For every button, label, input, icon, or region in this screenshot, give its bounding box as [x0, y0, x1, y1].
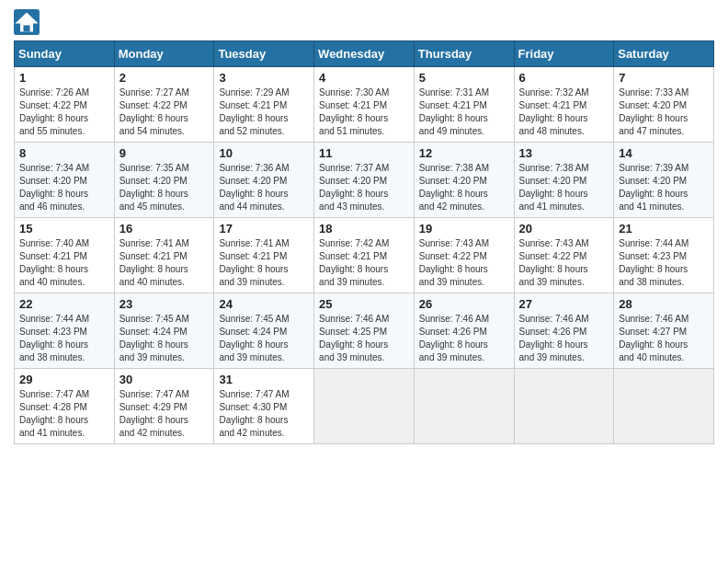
calendar-cell: 14Sunrise: 7:39 AMSunset: 4:20 PMDayligh…	[614, 143, 714, 218]
week-row-0: 1Sunrise: 7:26 AMSunset: 4:22 PMDaylight…	[15, 67, 714, 143]
day-number: 11	[319, 146, 409, 160]
day-number: 10	[219, 146, 309, 160]
day-info: Sunrise: 7:46 AMSunset: 4:27 PMDaylight:…	[619, 313, 709, 364]
day-info: Sunrise: 7:39 AMSunset: 4:20 PMDaylight:…	[619, 162, 709, 213]
day-info: Sunrise: 7:43 AMSunset: 4:22 PMDaylight:…	[419, 237, 509, 289]
calendar-cell: 21Sunrise: 7:44 AMSunset: 4:23 PMDayligh…	[614, 218, 714, 293]
weekday-header-tuesday: Tuesday	[214, 41, 314, 67]
calendar-cell: 6Sunrise: 7:32 AMSunset: 4:21 PMDaylight…	[514, 67, 614, 143]
calendar-cell: 23Sunrise: 7:45 AMSunset: 4:24 PMDayligh…	[114, 293, 214, 369]
day-number: 15	[19, 222, 109, 236]
page: SundayMondayTuesdayWednesdayThursdayFrid…	[0, 0, 728, 563]
day-number: 28	[619, 297, 709, 311]
calendar-cell: 30Sunrise: 7:47 AMSunset: 4:29 PMDayligh…	[114, 369, 214, 444]
calendar-cell: 18Sunrise: 7:42 AMSunset: 4:21 PMDayligh…	[314, 218, 415, 293]
logo-icon	[14, 9, 40, 35]
day-number: 13	[519, 146, 609, 160]
calendar-table: SundayMondayTuesdayWednesdayThursdayFrid…	[14, 40, 714, 444]
calendar-cell: 25Sunrise: 7:46 AMSunset: 4:25 PMDayligh…	[314, 293, 415, 369]
day-number: 5	[419, 71, 509, 85]
weekday-header-row: SundayMondayTuesdayWednesdayThursdayFrid…	[15, 41, 714, 67]
calendar-cell: 13Sunrise: 7:38 AMSunset: 4:20 PMDayligh…	[514, 143, 614, 218]
day-info: Sunrise: 7:26 AMSunset: 4:22 PMDaylight:…	[19, 86, 109, 138]
weekday-header-friday: Friday	[514, 41, 614, 67]
day-number: 2	[119, 71, 210, 85]
day-info: Sunrise: 7:32 AMSunset: 4:21 PMDaylight:…	[519, 86, 609, 138]
day-info: Sunrise: 7:45 AMSunset: 4:24 PMDaylight:…	[119, 313, 210, 364]
day-number: 25	[319, 297, 409, 311]
calendar-cell: 20Sunrise: 7:43 AMSunset: 4:22 PMDayligh…	[514, 218, 614, 293]
day-number: 21	[619, 222, 709, 236]
calendar-cell: 8Sunrise: 7:34 AMSunset: 4:20 PMDaylight…	[15, 143, 115, 218]
calendar-cell: 26Sunrise: 7:46 AMSunset: 4:26 PMDayligh…	[414, 293, 514, 369]
weekday-header-thursday: Thursday	[414, 41, 514, 67]
calendar-cell	[414, 369, 514, 444]
day-number: 22	[19, 297, 109, 311]
weekday-header-monday: Monday	[114, 41, 214, 67]
week-row-4: 29Sunrise: 7:47 AMSunset: 4:28 PMDayligh…	[15, 369, 714, 444]
day-info: Sunrise: 7:40 AMSunset: 4:21 PMDaylight:…	[19, 237, 109, 289]
day-info: Sunrise: 7:27 AMSunset: 4:22 PMDaylight:…	[119, 86, 210, 138]
day-info: Sunrise: 7:44 AMSunset: 4:23 PMDaylight:…	[19, 313, 109, 364]
day-number: 1	[19, 71, 109, 85]
calendar-cell: 3Sunrise: 7:29 AMSunset: 4:21 PMDaylight…	[214, 67, 314, 143]
day-info: Sunrise: 7:31 AMSunset: 4:21 PMDaylight:…	[419, 86, 509, 138]
calendar-cell: 29Sunrise: 7:47 AMSunset: 4:28 PMDayligh…	[15, 369, 115, 444]
day-info: Sunrise: 7:46 AMSunset: 4:26 PMDaylight:…	[519, 313, 609, 364]
day-number: 26	[419, 297, 509, 311]
day-info: Sunrise: 7:47 AMSunset: 4:30 PMDaylight:…	[219, 388, 309, 440]
day-number: 20	[519, 222, 609, 236]
calendar-cell: 10Sunrise: 7:36 AMSunset: 4:20 PMDayligh…	[214, 143, 314, 218]
day-number: 30	[119, 373, 210, 386]
day-info: Sunrise: 7:46 AMSunset: 4:26 PMDaylight:…	[419, 313, 509, 364]
calendar-cell: 12Sunrise: 7:38 AMSunset: 4:20 PMDayligh…	[414, 143, 514, 218]
calendar-cell	[614, 369, 714, 444]
calendar-cell: 28Sunrise: 7:46 AMSunset: 4:27 PMDayligh…	[614, 293, 714, 369]
calendar-cell	[314, 369, 415, 444]
day-info: Sunrise: 7:43 AMSunset: 4:22 PMDaylight:…	[519, 237, 609, 289]
day-info: Sunrise: 7:33 AMSunset: 4:20 PMDaylight:…	[619, 86, 709, 138]
day-number: 7	[619, 71, 709, 85]
day-number: 17	[219, 222, 309, 236]
day-number: 4	[319, 71, 409, 85]
day-number: 19	[419, 222, 509, 236]
day-number: 3	[219, 71, 309, 85]
day-number: 23	[119, 297, 210, 311]
calendar-cell: 24Sunrise: 7:45 AMSunset: 4:24 PMDayligh…	[214, 293, 314, 369]
day-number: 12	[419, 146, 509, 160]
day-info: Sunrise: 7:35 AMSunset: 4:20 PMDaylight:…	[119, 162, 210, 213]
weekday-header-sunday: Sunday	[15, 41, 115, 67]
day-number: 14	[619, 146, 709, 160]
day-info: Sunrise: 7:38 AMSunset: 4:20 PMDaylight:…	[419, 162, 509, 213]
calendar-cell: 9Sunrise: 7:35 AMSunset: 4:20 PMDaylight…	[114, 143, 214, 218]
calendar-cell: 27Sunrise: 7:46 AMSunset: 4:26 PMDayligh…	[514, 293, 614, 369]
calendar-cell: 1Sunrise: 7:26 AMSunset: 4:22 PMDaylight…	[15, 67, 115, 143]
week-row-3: 22Sunrise: 7:44 AMSunset: 4:23 PMDayligh…	[15, 293, 714, 369]
day-info: Sunrise: 7:37 AMSunset: 4:20 PMDaylight:…	[319, 162, 409, 213]
day-number: 18	[319, 222, 409, 236]
day-info: Sunrise: 7:46 AMSunset: 4:25 PMDaylight:…	[319, 313, 409, 364]
day-info: Sunrise: 7:30 AMSunset: 4:21 PMDaylight:…	[319, 86, 409, 138]
logo-area	[14, 9, 42, 35]
day-number: 29	[19, 373, 109, 386]
day-info: Sunrise: 7:47 AMSunset: 4:29 PMDaylight:…	[119, 388, 210, 440]
day-number: 9	[119, 146, 210, 160]
calendar-cell	[514, 369, 614, 444]
day-info: Sunrise: 7:34 AMSunset: 4:20 PMDaylight:…	[19, 162, 109, 213]
day-info: Sunrise: 7:38 AMSunset: 4:20 PMDaylight:…	[519, 162, 609, 213]
week-row-1: 8Sunrise: 7:34 AMSunset: 4:20 PMDaylight…	[15, 143, 714, 218]
day-info: Sunrise: 7:41 AMSunset: 4:21 PMDaylight:…	[219, 237, 309, 289]
day-info: Sunrise: 7:42 AMSunset: 4:21 PMDaylight:…	[319, 237, 409, 289]
day-info: Sunrise: 7:45 AMSunset: 4:24 PMDaylight:…	[219, 313, 309, 364]
calendar-cell: 17Sunrise: 7:41 AMSunset: 4:21 PMDayligh…	[214, 218, 314, 293]
day-info: Sunrise: 7:29 AMSunset: 4:21 PMDaylight:…	[219, 86, 309, 138]
weekday-header-wednesday: Wednesday	[314, 41, 415, 67]
calendar-cell: 15Sunrise: 7:40 AMSunset: 4:21 PMDayligh…	[15, 218, 115, 293]
calendar-cell: 31Sunrise: 7:47 AMSunset: 4:30 PMDayligh…	[214, 369, 314, 444]
day-number: 6	[519, 71, 609, 85]
day-info: Sunrise: 7:41 AMSunset: 4:21 PMDaylight:…	[119, 237, 210, 289]
day-number: 24	[219, 297, 309, 311]
day-number: 16	[119, 222, 210, 236]
day-number: 27	[519, 297, 609, 311]
day-info: Sunrise: 7:44 AMSunset: 4:23 PMDaylight:…	[619, 237, 709, 289]
